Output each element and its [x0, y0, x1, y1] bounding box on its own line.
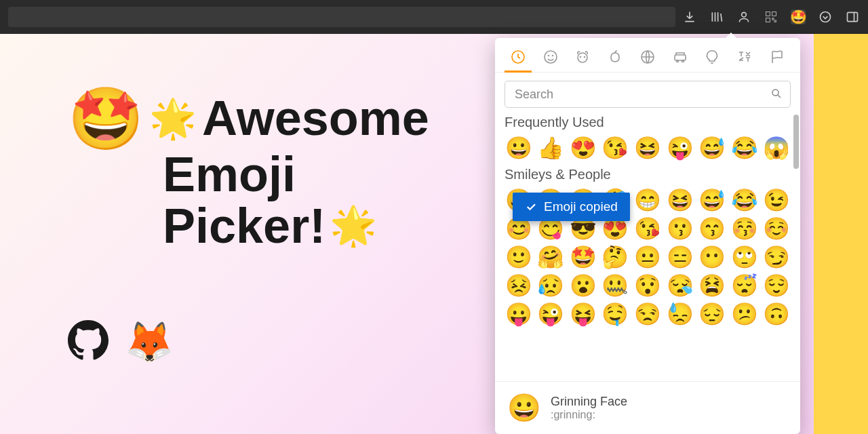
svg-point-10: [578, 53, 587, 62]
emoji-cell[interactable]: 😅: [698, 136, 726, 160]
emoji-cell[interactable]: 😁: [633, 188, 662, 212]
emoji-extension-icon[interactable]: 🤩: [791, 9, 806, 24]
emoji-cell[interactable]: 🙄: [730, 245, 759, 269]
svg-point-8: [548, 56, 549, 56]
svg-rect-2: [772, 12, 776, 16]
emoji-cell[interactable]: 😫: [698, 273, 726, 298]
emoji-cell[interactable]: 🙃: [762, 302, 791, 326]
emoji-cell[interactable]: 😑: [666, 245, 694, 269]
section-frequently-used: Frequently Used: [505, 115, 791, 130]
emoji-picker-panel: Frequently Used 😀👍😍😘😆😜😅😂😱 Smileys & Peop…: [495, 38, 800, 434]
search-icon: [770, 87, 783, 102]
github-icon[interactable]: [68, 320, 108, 363]
emoji-cell[interactable]: 🤩: [569, 245, 597, 269]
emoji-cell[interactable]: 😣: [505, 273, 533, 298]
emoji-cell[interactable]: 😚: [730, 216, 759, 241]
emoji-cell[interactable]: 😘: [601, 136, 630, 160]
emoji-cell[interactable]: 😪: [666, 273, 694, 298]
category-smileys[interactable]: [541, 47, 560, 66]
download-icon[interactable]: [682, 9, 697, 24]
emoji-cell[interactable]: 😆: [633, 136, 662, 160]
emoji-cell[interactable]: 😶: [698, 245, 726, 269]
svg-point-0: [742, 12, 747, 17]
emoji-cell[interactable]: 😔: [698, 302, 726, 326]
qr-icon[interactable]: [764, 9, 778, 24]
emoji-cell[interactable]: 😛: [505, 302, 533, 326]
pocket-icon[interactable]: [818, 9, 833, 24]
library-icon[interactable]: [709, 9, 724, 24]
svg-point-4: [821, 12, 831, 22]
emoji-cell[interactable]: 😱: [762, 136, 791, 160]
svg-point-16: [682, 60, 684, 62]
category-tabs: [495, 38, 800, 73]
category-food[interactable]: [606, 47, 625, 66]
category-symbols[interactable]: [735, 47, 754, 66]
star-icon: 🌟: [330, 206, 377, 246]
emoji-cell[interactable]: 😀: [505, 136, 533, 160]
section-smileys-people: Smileys & People: [505, 167, 791, 182]
hero: 🤩 🌟 Awesome Emoji Picker! 🌟: [68, 88, 475, 252]
url-bar[interactable]: [8, 7, 675, 27]
emoji-cell[interactable]: 👍: [537, 136, 566, 160]
emoji-cell[interactable]: 😯: [633, 273, 662, 298]
category-animals[interactable]: [573, 47, 592, 66]
emoji-cell[interactable]: 🤗: [537, 245, 566, 269]
hero-text-1: Awesome: [202, 93, 429, 144]
emoji-cell[interactable]: 😂: [730, 136, 759, 160]
account-icon[interactable]: [736, 9, 751, 24]
emoji-cell[interactable]: 😜: [666, 136, 694, 160]
svg-rect-1: [766, 12, 770, 16]
category-recent[interactable]: [509, 47, 528, 66]
svg-point-17: [772, 90, 778, 96]
emoji-cell[interactable]: 😍: [569, 136, 597, 160]
toast-text: Emoji copied: [544, 199, 618, 214]
preview-code: :grinning:: [551, 409, 627, 421]
preview-name: Grinning Face: [551, 395, 627, 409]
svg-rect-14: [675, 55, 686, 60]
emoji-cell[interactable]: 😏: [762, 245, 791, 269]
svg-point-15: [676, 60, 678, 62]
emoji-cell[interactable]: 😉: [762, 188, 791, 212]
preview-emoji-icon: 😀: [507, 392, 541, 424]
emoji-cell[interactable]: 😴: [730, 273, 759, 298]
svg-point-12: [585, 57, 585, 58]
emoji-cell[interactable]: 🤤: [601, 302, 630, 326]
svg-rect-3: [766, 18, 770, 22]
emoji-cell[interactable]: 😥: [537, 273, 566, 298]
emoji-cell[interactable]: 😙: [698, 216, 726, 241]
emoji-cell[interactable]: 😐: [633, 245, 662, 269]
emoji-cell[interactable]: 😆: [666, 188, 694, 212]
category-travel[interactable]: [671, 47, 690, 66]
emoji-cell[interactable]: 😮: [569, 273, 597, 298]
hero-text-3: Picker!: [163, 201, 326, 252]
category-flags[interactable]: [768, 47, 787, 66]
emoji-cell[interactable]: 😜: [537, 302, 566, 326]
emoji-cell[interactable]: 😘: [633, 216, 662, 241]
emoji-cell[interactable]: 😂: [730, 188, 759, 212]
firefox-icon[interactable]: 🦊: [125, 319, 174, 365]
emoji-cell[interactable]: 😝: [569, 302, 597, 326]
svg-point-9: [552, 56, 553, 56]
emoji-cell[interactable]: 😅: [698, 188, 726, 212]
emoji-cell[interactable]: 🙂: [505, 245, 533, 269]
svg-point-7: [545, 51, 557, 63]
emoji-cell[interactable]: ☺️: [762, 216, 791, 241]
emoji-preview: 😀 Grinning Face :grinning:: [495, 381, 800, 434]
category-objects[interactable]: [703, 47, 722, 66]
svg-point-11: [580, 57, 581, 58]
scrollbar[interactable]: [793, 115, 799, 169]
search-input[interactable]: [505, 81, 791, 108]
check-icon: [525, 201, 537, 213]
emoji-cell[interactable]: 😓: [666, 302, 694, 326]
emoji-cell[interactable]: 😕: [730, 302, 759, 326]
emoji-cell[interactable]: 😌: [762, 273, 791, 298]
emoji-cell[interactable]: 🤔: [601, 245, 630, 269]
browser-toolbar: 🤩: [0, 0, 868, 34]
category-activity[interactable]: [638, 47, 657, 66]
sidebar-icon[interactable]: [845, 9, 860, 24]
emoji-cell[interactable]: 🤐: [601, 273, 630, 298]
emoji-cell[interactable]: 😒: [633, 302, 662, 326]
hero-text-2: Emoji: [163, 149, 475, 201]
copied-toast: Emoji copied: [513, 193, 630, 221]
emoji-cell[interactable]: 😗: [666, 216, 694, 241]
